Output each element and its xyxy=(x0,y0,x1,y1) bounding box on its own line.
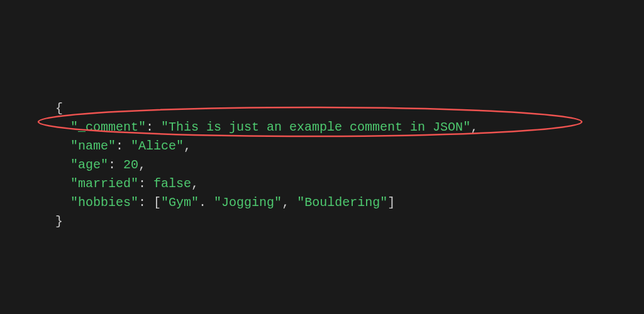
comma: , xyxy=(138,158,146,172)
sep-1: . xyxy=(199,195,214,210)
comma: , xyxy=(191,176,199,191)
value-comment: "This is just an example comment in JSON… xyxy=(161,120,470,134)
key-age: "age" xyxy=(70,158,108,172)
line-close-brace: } xyxy=(55,212,478,231)
comma: , xyxy=(470,120,478,134)
sep-2: , xyxy=(282,195,297,210)
colon: : xyxy=(138,195,153,210)
key-name: "name" xyxy=(70,139,116,153)
line-hobbies: "hobbies": ["Gym". "Jogging", "Boulderin… xyxy=(55,193,478,212)
colon: : xyxy=(146,120,161,134)
bracket-open: [ xyxy=(153,195,161,210)
code-block: { "_comment": "This is just an example c… xyxy=(55,99,478,231)
key-hobbies: "hobbies" xyxy=(70,195,138,210)
key-married: "married" xyxy=(70,176,138,191)
line-comment: "_comment": "This is just an example com… xyxy=(55,118,478,137)
hobby-3: "Bouldering" xyxy=(297,195,387,210)
close-brace: } xyxy=(55,214,63,229)
hobby-1: "Gym" xyxy=(161,195,199,210)
bracket-close: ] xyxy=(387,195,395,210)
value-age: 20 xyxy=(123,158,138,172)
key-comment: "_comment" xyxy=(70,120,146,134)
colon: : xyxy=(138,176,153,191)
value-married: false xyxy=(153,176,191,191)
hobby-2: "Jogging" xyxy=(214,195,282,210)
line-age: "age": 20, xyxy=(55,156,478,175)
comma: , xyxy=(184,139,191,153)
line-married: "married": false, xyxy=(55,175,478,193)
colon: : xyxy=(116,139,131,153)
value-name: "Alice" xyxy=(131,139,184,153)
line-open-brace: { xyxy=(55,99,478,118)
colon: : xyxy=(108,158,123,172)
line-name: "name": "Alice", xyxy=(55,137,478,156)
open-brace: { xyxy=(55,101,63,116)
